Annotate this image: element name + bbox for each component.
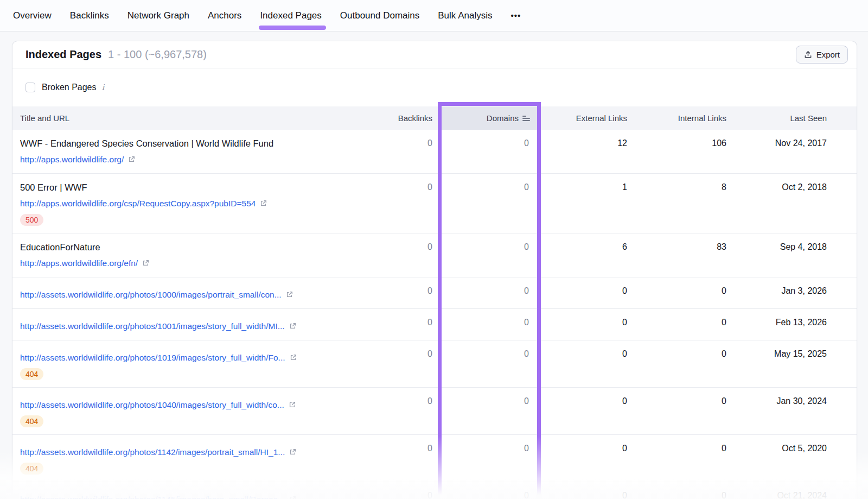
domains-value: 0 (438, 388, 541, 434)
internal-links-value: 0 (633, 309, 732, 340)
last-seen-value: May 15, 2025 (732, 340, 827, 387)
column-header-backlinks[interactable]: Backlinks (362, 106, 438, 130)
backlinks-value: 0 (362, 309, 438, 340)
backlinks-value: 0 (362, 482, 438, 499)
last-seen-value: Feb 13, 2026 (732, 309, 827, 340)
last-seen-value: Oct 21, 2024 (732, 482, 827, 499)
more-tabs-button[interactable]: ••• (510, 0, 521, 31)
external-links-value: 6 (541, 233, 633, 277)
column-header-last-seen[interactable]: Last Seen (732, 106, 827, 130)
external-links-value: 12 (541, 130, 633, 173)
backlinks-value: 0 (362, 340, 438, 387)
tab-outbound-domains[interactable]: Outbound Domains (340, 0, 419, 31)
column-header-external-links[interactable]: External Links (541, 106, 633, 130)
page-url-link[interactable]: http://assets.worldwildlife.org/photos/1… (20, 492, 285, 499)
table-row: http://assets.worldwildlife.org/photos/1… (12, 482, 857, 499)
external-link-icon[interactable] (289, 449, 296, 456)
internal-links-value: 83 (633, 233, 732, 277)
page-url-link[interactable]: http://apps.worldwildlife.org/efn/ (20, 256, 138, 270)
page-url-link[interactable]: http://apps.worldwildlife.org/csp/Reques… (20, 197, 256, 210)
title-url-cell: http://assets.worldwildlife.org/photos/1… (12, 388, 362, 434)
table-row: http://assets.worldwildlife.org/photos/1… (12, 277, 857, 309)
external-links-value: 0 (541, 340, 633, 387)
page-title: WWF - Endangered Species Conservation | … (20, 137, 356, 150)
internal-links-value: 0 (633, 277, 732, 308)
table-row: http://assets.worldwildlife.org/photos/1… (12, 340, 857, 388)
tab-network-graph[interactable]: Network Graph (127, 0, 189, 31)
domains-value: 0 (438, 233, 541, 277)
internal-links-value: 0 (633, 435, 732, 482)
title-url-cell: http://assets.worldwildlife.org/photos/1… (12, 309, 362, 340)
external-links-value: 1 (541, 174, 633, 233)
status-code-badge: 500 (20, 214, 43, 226)
info-icon[interactable]: i (102, 83, 105, 92)
external-link-icon[interactable] (289, 323, 296, 330)
domains-value: 0 (438, 174, 541, 233)
table-body: WWF - Endangered Species Conservation | … (12, 130, 857, 499)
internal-links-value: 8 (633, 174, 732, 233)
last-seen-value: Oct 2, 2018 (732, 174, 827, 233)
internal-links-value: 0 (633, 340, 732, 387)
title-url-cell: 500 Error | WWF http://apps.worldwildlif… (12, 174, 362, 233)
tab-anchors[interactable]: Anchors (208, 0, 241, 31)
external-links-value: 0 (541, 482, 633, 499)
page-url-link[interactable]: http://apps.worldwildlife.org/ (20, 153, 124, 166)
report-tabs-bar: Overview Backlinks Network Graph Anchors… (0, 0, 868, 31)
filter-row: Broken Pages i (12, 68, 857, 106)
last-seen-value: Oct 5, 2020 (732, 435, 827, 482)
external-link-icon[interactable] (260, 200, 267, 207)
last-seen-value: Jan 3, 2026 (732, 277, 827, 308)
page-url-link[interactable]: http://assets.worldwildlife.org/photos/1… (20, 398, 284, 412)
internal-links-value: 106 (633, 130, 732, 173)
domains-value: 0 (438, 435, 541, 482)
external-link-icon[interactable] (142, 260, 149, 267)
backlinks-value: 0 (362, 233, 438, 277)
external-links-value: 0 (541, 309, 633, 340)
last-seen-value: Nov 24, 2017 (732, 130, 827, 173)
column-header-internal-links[interactable]: Internal Links (633, 106, 732, 130)
page-url-link[interactable]: http://assets.worldwildlife.org/photos/1… (20, 445, 285, 459)
external-link-icon[interactable] (128, 156, 135, 163)
report-title: Indexed Pages (25, 48, 101, 61)
column-header-domains[interactable]: Domains (438, 106, 541, 130)
tab-overview[interactable]: Overview (13, 0, 52, 31)
status-code-badge: 404 (20, 415, 43, 427)
table-row: WWF - Endangered Species Conservation | … (12, 130, 857, 174)
status-code-badge: 404 (20, 368, 43, 380)
backlinks-value: 0 (362, 435, 438, 482)
internal-links-value: 0 (633, 482, 732, 499)
tab-indexed-pages[interactable]: Indexed Pages (260, 0, 321, 31)
page-url-link[interactable]: http://assets.worldwildlife.org/photos/1… (20, 351, 285, 364)
broken-pages-checkbox[interactable] (25, 83, 35, 92)
title-url-cell: EducationForNature http://apps.worldwild… (12, 233, 362, 277)
internal-links-value: 0 (633, 388, 732, 434)
external-links-value: 0 (541, 435, 633, 482)
result-range: 1 - 100 (~6,967,578) (108, 48, 207, 61)
external-link-icon[interactable] (289, 401, 296, 408)
backlinks-value: 0 (362, 130, 438, 173)
export-button[interactable]: Export (796, 46, 848, 64)
page-url-link[interactable]: http://assets.worldwildlife.org/photos/1… (20, 288, 282, 301)
export-icon (804, 50, 812, 59)
title-url-cell: WWF - Endangered Species Conservation | … (12, 130, 362, 173)
page-title: EducationForNature (20, 241, 356, 254)
page-url-link[interactable]: http://assets.worldwildlife.org/photos/1… (20, 319, 285, 333)
domains-value: 0 (438, 482, 541, 499)
tab-backlinks[interactable]: Backlinks (70, 0, 109, 31)
external-links-value: 0 (541, 388, 633, 434)
external-link-icon[interactable] (289, 496, 296, 499)
page-title: 500 Error | WWF (20, 181, 356, 194)
backlinks-value: 0 (362, 174, 438, 233)
domains-value: 0 (438, 309, 541, 340)
column-header-title-url[interactable]: Title and URL (12, 106, 362, 130)
card-header: Indexed Pages 1 - 100 (~6,967,578) Expor… (12, 41, 857, 68)
status-code-badge: 404 (20, 463, 43, 475)
table-header: Title and URL Backlinks Domains External… (12, 106, 857, 130)
tab-bulk-analysis[interactable]: Bulk Analysis (438, 0, 492, 31)
last-seen-value: Jan 30, 2024 (732, 388, 827, 434)
sort-icon (522, 116, 530, 121)
title-url-cell: http://assets.worldwildlife.org/photos/1… (12, 277, 362, 308)
external-link-icon[interactable] (286, 291, 293, 298)
external-link-icon[interactable] (290, 354, 297, 361)
table-row: EducationForNature http://apps.worldwild… (12, 233, 857, 277)
